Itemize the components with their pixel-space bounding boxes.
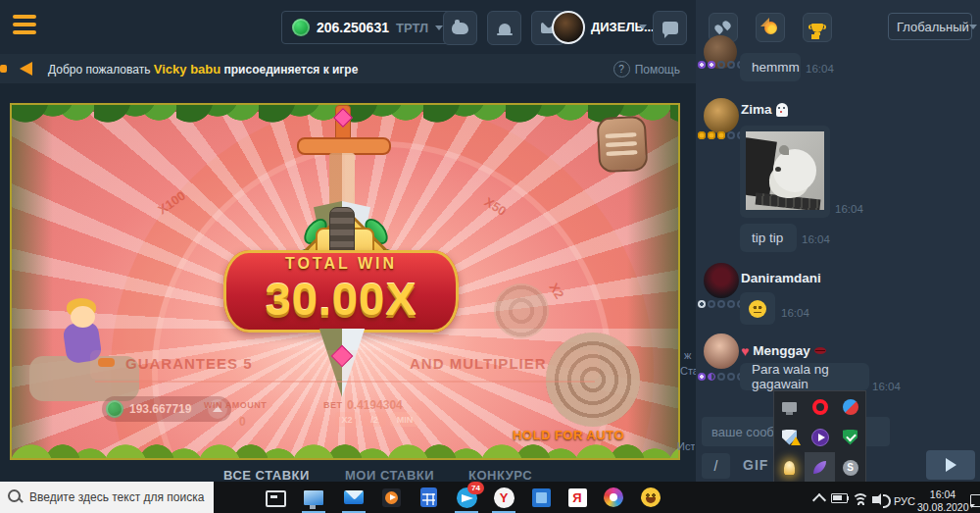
tray-defender-app[interactable] [774,422,805,452]
heart-emoji-icon: ♥ [741,344,749,358]
trophy-icon [811,24,823,32]
piggy-bank-button[interactable] [443,11,477,45]
taskbar-search-input[interactable] [0,482,214,513]
opera-icon [812,399,828,415]
tray-split-circle-app[interactable] [835,391,865,422]
help-link[interactable]: ? Помощь [613,61,680,77]
ghost-emoji-icon [776,103,788,117]
tray-opera-app[interactable] [805,391,835,422]
taskbar-photos-app[interactable] [529,486,553,509]
tray-monitor-app[interactable] [774,391,805,422]
taskbar-emoji-app[interactable] [639,486,662,509]
stone-rosette [546,333,640,427]
taskbar-yandex-app[interactable] [565,486,589,509]
task-view-icon[interactable] [266,490,286,507]
send-arrow-icon [946,458,956,472]
user-avatar[interactable] [552,11,585,44]
avatar[interactable] [704,263,739,298]
green-shield-check-icon [843,430,858,445]
tray-antivirus-app[interactable] [835,422,865,452]
notice-bar: Добро пожаловать Vicky babu присоединяет… [0,54,696,83]
tab-contest[interactable]: КОНКУРС [468,468,532,483]
avatar[interactable] [704,333,739,369]
side-label-hist[interactable]: Ист [677,440,695,452]
dog-gif-image [746,131,824,210]
username-text: Daniramdani [741,271,821,285]
coindrop-button[interactable] [756,13,785,42]
bet-half-button[interactable]: /2 [363,412,386,427]
language-indicator[interactable]: РУС [894,495,915,507]
tray-feather-app[interactable] [805,452,835,483]
taskbar-movies-app[interactable] [379,486,403,509]
yandex-app-icon [568,488,587,507]
tab-my-bets[interactable]: МОИ СТАВКИ [345,468,434,483]
clock-date: 30.08.2020 [917,501,968,513]
chat-emoji-message [740,292,775,325]
channel-select[interactable]: Глобальный [888,13,972,40]
chat-message: tip tip [740,224,797,252]
message-time: 16:04 [806,63,834,75]
chat-toggle-button[interactable] [653,11,687,45]
taskbar-telegram-app[interactable]: 74 [455,486,478,509]
bet-value: 0.4194304 [347,398,403,412]
battery-icon[interactable] [831,493,848,503]
chat-toggle-icon [662,22,678,34]
guarantee-text-right: AND MULTIPLIER [410,355,547,372]
speaker-icon[interactable] [872,496,879,503]
rain-icon [715,21,731,34]
hold-for-auto-label: HOLD FOR AUTO [500,428,637,442]
balance-pill[interactable]: 206.250631 ТРТЛ [281,11,454,44]
chat-image-message[interactable] [740,126,830,218]
taskbar-explorer-app[interactable] [302,486,325,509]
megaphone-icon [20,62,32,76]
neutral-face-emoji-icon [749,300,766,318]
taskbar-mail-app[interactable] [342,486,366,509]
guarantee-text-left: GUARANTEES 5 [125,355,253,372]
feather-icon [813,461,826,474]
game-menu-button[interactable] [597,116,649,174]
bet-label: BET [323,400,343,410]
chevron-down-icon[interactable] [639,25,647,29]
notifications-button[interactable] [487,11,521,45]
app-root: 206.250631 ТРТЛ ДИЗЕЛЬ... Добро пожалова… [0,0,980,513]
total-win-value: 30.00X [214,272,468,326]
tray-skype-app[interactable] [835,452,865,483]
user-badges [698,373,745,381]
coin-icon [106,400,123,418]
help-label: Помощь [635,63,680,77]
yandex-browser-icon [494,487,514,508]
message-time: 16:04 [802,233,830,245]
bet-x2-button[interactable]: X2 [335,412,359,427]
gif-button[interactable]: GIF [743,457,768,473]
split-circle-icon [843,399,858,415]
send-button[interactable] [926,450,975,480]
warning-icon [791,436,801,445]
username-text: Zima [741,102,772,117]
channel-label: Глобальный [897,20,969,34]
hud-divider [95,381,595,383]
question-icon: ? [613,61,630,77]
tray-gold-app[interactable] [774,452,805,483]
taskbar-paint3d-app[interactable] [602,486,625,509]
taskbar-clock[interactable]: 16:04 30.08.2020 [917,488,968,513]
balance-value: 206.250631 [317,20,389,35]
media-player-icon [811,429,829,446]
avatar[interactable] [704,98,739,133]
slash-command-button[interactable]: / [702,453,730,479]
wifi-icon[interactable] [852,493,867,505]
notice-username: Vicky babu [154,62,220,77]
bet-min-button[interactable]: MIN [390,412,419,427]
chat-username: Daniramdani [741,271,821,285]
bell-icon [499,24,511,33]
calculator-app-icon [420,487,437,507]
contest-button[interactable] [803,13,832,42]
hamburger-menu-icon[interactable] [13,15,36,38]
top-header: 206.250631 ТРТЛ ДИЗЕЛЬ... [0,0,696,54]
telegram-badge: 74 [467,482,484,494]
taskbar-calculator-app[interactable] [416,486,440,509]
game-balance-value: 193.667719 [129,402,191,416]
lips-emoji-icon [814,347,826,354]
taskbar-yandex-browser-app[interactable] [492,486,515,509]
action-center-icon[interactable] [970,494,980,507]
tray-media-app[interactable] [805,422,835,452]
